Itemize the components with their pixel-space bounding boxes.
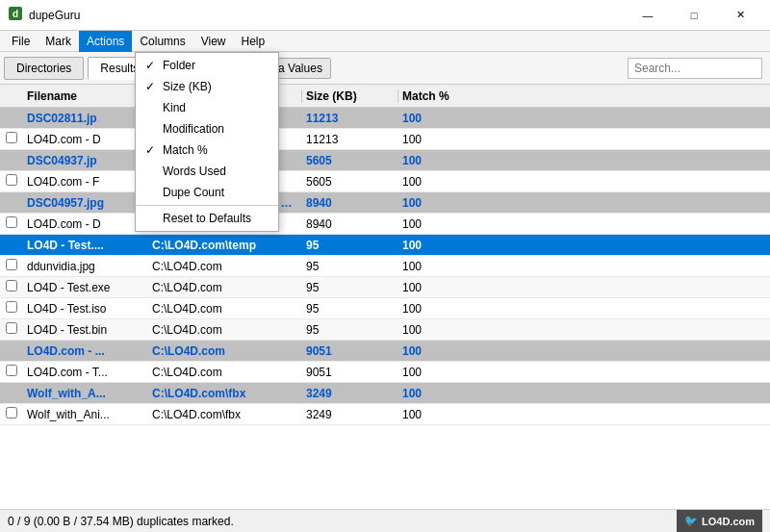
status-text: 0 / 9 (0.00 B / 37.54 MB) duplicates mar… (8, 515, 234, 528)
col-filename-header: Filename (23, 89, 148, 103)
row-filename: LO4D.com - D (23, 217, 148, 231)
search-input[interactable] (628, 58, 762, 79)
svg-text:d: d (13, 9, 18, 19)
row-check[interactable] (0, 322, 23, 337)
row-size: 95 (302, 302, 398, 316)
dropdown-item-modification[interactable]: Modification (136, 118, 278, 139)
dropdown-item-label: Match % (163, 143, 208, 157)
table-row[interactable]: ddunvidia.jpg C:\LO4D.com 95 100 (0, 256, 770, 277)
row-filename: LO4D - Test.bin (23, 323, 148, 337)
row-size: 11213 (302, 133, 398, 146)
row-check[interactable] (0, 216, 23, 231)
row-filename: LO4D.com - ... (23, 344, 148, 358)
row-folder: C:\LO4D.com\fbx (148, 408, 302, 421)
table-row[interactable]: LO4D - Test.... C:\LO4D.com\temp 95 100 (0, 235, 770, 256)
row-filename: DSC04957.jpg (23, 196, 148, 210)
row-filename: LO4D - Test.iso (23, 302, 148, 316)
row-filename: Wolf_with_A... (23, 387, 148, 400)
dropdown-item-reset-to-defaults[interactable]: Reset to Defaults (136, 208, 278, 229)
table-row[interactable]: LO4D.com - D C:\LO4D.com 8940 100 (0, 214, 770, 235)
row-size: 11213 (302, 112, 398, 125)
row-filename: LO4D.com - F (23, 175, 148, 189)
row-check[interactable] (0, 407, 23, 421)
bird-icon: 🐦 (684, 515, 698, 527)
minimize-button[interactable]: — (626, 0, 670, 31)
table-row[interactable]: LO4D.com - ... C:\LO4D.com 9051 100 (0, 341, 770, 362)
row-size: 9051 (302, 344, 398, 358)
table-body: DSC02811.jp 11213 100 LO4D.com - D 11213… (0, 108, 770, 509)
menu-columns[interactable]: Columns (132, 31, 192, 52)
menu-help[interactable]: Help (234, 31, 273, 52)
check-icon: ✓ (143, 80, 157, 93)
column-header: Filename Folder Size (KB) Match % (0, 85, 770, 108)
table-row[interactable]: DSC04937.jp - G... 5605 100 (0, 150, 770, 171)
table-row[interactable]: LO4D - Test.exe C:\LO4D.com 95 100 (0, 277, 770, 298)
row-check[interactable] (0, 259, 23, 273)
row-folder: C:\LO4D.com (148, 366, 302, 379)
row-match: 100 (398, 302, 495, 316)
dropdown-item-words-used[interactable]: Words Used (136, 161, 278, 182)
tab-directories[interactable]: Directories (4, 57, 84, 80)
row-size: 3249 (302, 387, 398, 400)
title-controls: — □ ✕ (626, 0, 762, 31)
row-match: 100 (398, 217, 495, 231)
table-row[interactable]: LO4D - Test.iso C:\LO4D.com 95 100 (0, 298, 770, 319)
dropdown-item-dupe-count[interactable]: Dupe Count (136, 182, 278, 203)
row-match: 100 (398, 239, 495, 252)
row-size: 3249 (302, 408, 398, 421)
menu-view[interactable]: View (193, 31, 234, 52)
dropdown-item-size-(kb)[interactable]: ✓ Size (KB) (136, 76, 278, 97)
row-match: 100 (398, 344, 495, 358)
row-size: 8940 (302, 217, 398, 231)
lo4d-logo: 🐦 LO4D.com (677, 510, 762, 533)
row-check[interactable] (0, 365, 23, 379)
col-size-header: Size (KB) (302, 89, 398, 103)
menu-mark[interactable]: Mark (38, 31, 79, 52)
app-icon: d (8, 6, 23, 24)
dropdown-item-label: Folder (163, 59, 195, 72)
check-icon: ✓ (143, 143, 157, 157)
row-size: 95 (302, 281, 398, 294)
row-size: 8940 (302, 196, 398, 210)
dropdown-item-folder[interactable]: ✓ Folder (136, 55, 278, 76)
dropdown-item-label: Words Used (163, 165, 226, 178)
row-match: 100 (398, 387, 495, 400)
toolbar: Directories Results Actions ▾ Delta Valu… (0, 52, 770, 85)
row-filename: LO4D - Test.... (23, 239, 148, 252)
menu-actions[interactable]: Actions (79, 31, 132, 52)
dropdown-item-match-%[interactable]: ✓ Match % (136, 139, 278, 161)
row-folder: C:\LO4D.com\temp (148, 239, 302, 252)
logo-text: LO4D.com (702, 516, 755, 527)
close-button[interactable]: ✕ (718, 0, 762, 31)
row-filename: LO4D.com - T... (23, 366, 148, 379)
table-row[interactable]: LO4D - Test.bin C:\LO4D.com 95 100 (0, 319, 770, 341)
menu-bar: File Mark Actions Columns View Help (0, 31, 770, 52)
dropdown-item-kind[interactable]: Kind (136, 97, 278, 118)
row-filename: ddunvidia.jpg (23, 260, 148, 273)
columns-dropdown: ✓ Folder ✓ Size (KB) Kind Modification ✓… (135, 52, 279, 232)
table-row[interactable]: DSC04957.jpg C:\LO4D.com\2018.03 - G... … (0, 192, 770, 214)
row-check[interactable] (0, 132, 23, 146)
title-left: d dupeGuru (8, 6, 80, 24)
row-match: 100 (398, 323, 495, 337)
row-match: 100 (398, 196, 495, 210)
table-row[interactable]: LO4D.com - D 11213 100 (0, 129, 770, 150)
row-match: 100 (398, 175, 495, 189)
row-filename: Wolf_with_Ani... (23, 408, 148, 421)
row-check[interactable] (0, 174, 23, 189)
dropdown-item-label: Size (KB) (163, 80, 212, 93)
row-folder: C:\LO4D.com (148, 344, 302, 358)
row-folder: C:\LO4D.com (148, 323, 302, 337)
row-check[interactable] (0, 280, 23, 294)
row-size: 95 (302, 323, 398, 337)
row-match: 100 (398, 112, 495, 125)
table-row[interactable]: Wolf_with_A... C:\LO4D.com\fbx 3249 100 (0, 383, 770, 404)
table-row[interactable]: LO4D.com - T... C:\LO4D.com 9051 100 (0, 362, 770, 383)
menu-file[interactable]: File (4, 31, 38, 52)
row-check[interactable] (0, 301, 23, 316)
table-row[interactable]: DSC02811.jp 11213 100 (0, 108, 770, 129)
dropdown-item-label: Modification (163, 122, 224, 136)
maximize-button[interactable]: □ (672, 0, 716, 31)
table-row[interactable]: Wolf_with_Ani... C:\LO4D.com\fbx 3249 10… (0, 404, 770, 425)
table-row[interactable]: LO4D.com - F Gib... 5605 100 (0, 171, 770, 192)
